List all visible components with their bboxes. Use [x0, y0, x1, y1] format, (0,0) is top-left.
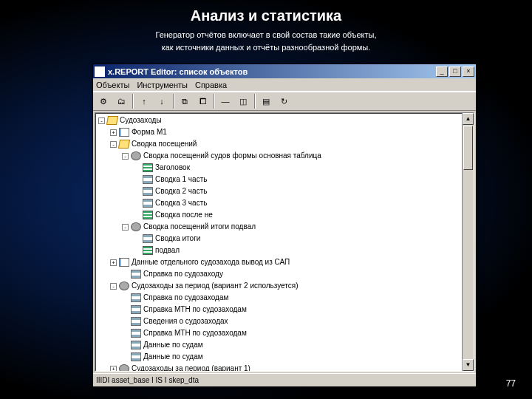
tree-node[interactable]: Сведения о судозаходах — [98, 316, 474, 327]
tree-node-label: Сводка посещений судов формы основная та… — [143, 150, 321, 162]
toolbar: ⚙🗂↑↓⧉⧠—◫▤↻ — [93, 92, 476, 111]
tree-node[interactable]: Сводка 1 часть — [98, 174, 474, 185]
toolbar-button-9[interactable]: ↻ — [276, 94, 292, 109]
tree-node[interactable]: +Судозаходы за период (вариант 1) — [98, 363, 474, 372]
toolbar-button-8[interactable]: ▤ — [258, 94, 274, 109]
tree-spacer — [134, 212, 140, 219]
tree-node-label: Судозаходы за период (вариант 1) — [132, 363, 250, 372]
tree-node[interactable]: Сводка итоги — [98, 233, 474, 245]
tree-node[interactable]: -Судозаходы за период (вариант 2 использ… — [98, 280, 474, 292]
gear-icon — [119, 282, 129, 290]
minimize-button[interactable]: _ — [436, 66, 448, 77]
tree-node[interactable]: Данные по судам — [98, 351, 474, 363]
tree-node-label: Справка по судозаходу — [143, 268, 223, 280]
grid-icon — [131, 293, 141, 302]
collapse-icon[interactable]: - — [110, 141, 117, 148]
folderopen-icon — [118, 140, 130, 149]
tree-node-label: Форма M1 — [132, 126, 167, 138]
scroll-thumb[interactable] — [463, 126, 473, 170]
toolbar-button-1[interactable]: 🗂 — [113, 94, 129, 109]
tree-spacer — [122, 330, 129, 337]
tree-spacer — [134, 177, 140, 183]
tree-node-label: Сводка итоги — [155, 233, 200, 245]
tree-node[interactable]: +Данные отдельного судозахода вывод из С… — [98, 256, 474, 268]
window-title: x.REPORT Editor: список объектов — [108, 67, 434, 76]
tree[interactable]: -Судозаходы+Форма M1-Сводка посещений-Св… — [95, 113, 474, 372]
menubar: Объекты Инструменты Справка — [93, 78, 476, 92]
app-window: x.REPORT Editor: список объектов _ □ × О… — [92, 64, 477, 387]
tree-node[interactable]: Справка по судозаходу — [98, 268, 474, 280]
grid-icon — [143, 187, 153, 196]
tree-spacer — [134, 188, 140, 195]
tree-node-label: подвал — [155, 245, 180, 256]
tree-node[interactable]: Сводка после не — [98, 209, 474, 221]
tree-node-label: Данные по судам — [143, 351, 203, 363]
grid-icon — [143, 199, 153, 208]
expand-icon[interactable]: + — [110, 259, 117, 266]
tree-node-label: Сводка после не — [155, 209, 213, 221]
doc-icon — [119, 258, 129, 267]
tree-node[interactable]: Данные по судам — [98, 339, 474, 351]
gear-icon — [131, 222, 141, 231]
tree-node[interactable]: Справка по судозаходам — [98, 292, 474, 304]
menu-tools[interactable]: Инструменты — [137, 81, 188, 89]
grid-icon — [131, 352, 141, 361]
strip-icon — [143, 163, 153, 172]
tree-node-label: Сводка посещений — [132, 138, 197, 150]
expand-icon[interactable]: + — [110, 366, 117, 372]
tree-node[interactable]: подвал — [98, 245, 474, 256]
tree-node-label: Сведения о судозаходах — [143, 316, 228, 327]
scroll-up-icon[interactable]: ▲ — [463, 113, 474, 125]
strip-icon — [143, 211, 153, 219]
slide-sub-line2: как источники данных и отчёты разнообраз… — [0, 41, 532, 54]
collapse-icon[interactable]: - — [122, 224, 129, 231]
toolbar-button-5[interactable]: ⧠ — [194, 94, 211, 109]
toolbar-button-2[interactable]: ↑ — [136, 94, 152, 109]
tree-node[interactable]: Сводка 2 часть — [98, 185, 474, 197]
menu-objects[interactable]: Объекты — [96, 81, 129, 89]
tree-spacer — [122, 271, 129, 278]
tree-node[interactable]: Сводка 3 часть — [98, 197, 474, 209]
tree-node[interactable]: -Сводка посещений — [98, 138, 474, 150]
tree-spacer — [134, 200, 140, 207]
toolbar-button-4[interactable]: ⧉ — [177, 94, 193, 109]
tree-node[interactable]: +Форма M1 — [98, 126, 474, 138]
slide-subtitle: Генератор отчётов включает в свой состав… — [0, 29, 532, 53]
expand-icon[interactable]: + — [110, 129, 117, 136]
page-number: 77 — [506, 378, 516, 389]
collapse-icon[interactable]: - — [98, 117, 105, 124]
tree-node[interactable]: Справка МТН по судозаходам — [98, 304, 474, 316]
collapse-icon[interactable]: - — [122, 153, 129, 160]
folderopen-icon — [106, 116, 118, 125]
scroll-down-icon[interactable]: ▼ — [463, 359, 474, 371]
toolbar-button-0[interactable]: ⚙ — [95, 94, 112, 109]
strip-icon — [143, 246, 153, 255]
tree-node[interactable]: -Сводка посещений итоги подвал — [98, 221, 474, 233]
tree-node[interactable]: Заголовок — [98, 162, 474, 174]
toolbar-button-7[interactable]: ◫ — [235, 94, 251, 109]
tree-spacer — [122, 318, 129, 325]
slide-title: Анализ и статистика — [0, 0, 532, 24]
toolbar-button-6[interactable]: — — [217, 94, 233, 109]
tree-spacer — [134, 165, 140, 171]
tree-spacer — [134, 236, 140, 242]
tree-node[interactable]: Справка МТН по судозаходам — [98, 327, 474, 339]
collapse-icon[interactable]: - — [110, 283, 117, 290]
tree-node-label: Заголовок — [155, 162, 190, 174]
menu-help[interactable]: Справка — [195, 81, 227, 89]
gear-icon — [131, 151, 141, 160]
tree-node-label: Справка по судозаходам — [143, 292, 228, 304]
tree-node-label: Сводка посещений итоги подвал — [143, 221, 256, 233]
toolbar-button-3[interactable]: ↓ — [154, 94, 170, 109]
grid-icon — [131, 341, 141, 349]
scrollbar-vertical[interactable]: ▲ ▼ — [462, 113, 474, 371]
tree-node[interactable]: -Судозаходы — [98, 115, 474, 126]
gear-icon — [119, 364, 129, 372]
maximize-button[interactable]: □ — [449, 66, 461, 77]
tree-node-label: Справка МТН по судозаходам — [143, 304, 247, 316]
titlebar[interactable]: x.REPORT Editor: список объектов _ □ × — [93, 64, 476, 78]
tree-node-label: Данные отдельного судозахода вывод из СА… — [132, 256, 290, 268]
close-button[interactable]: × — [463, 66, 474, 77]
tree-node[interactable]: -Сводка посещений судов формы основная т… — [98, 150, 474, 162]
grid-icon — [131, 305, 141, 314]
